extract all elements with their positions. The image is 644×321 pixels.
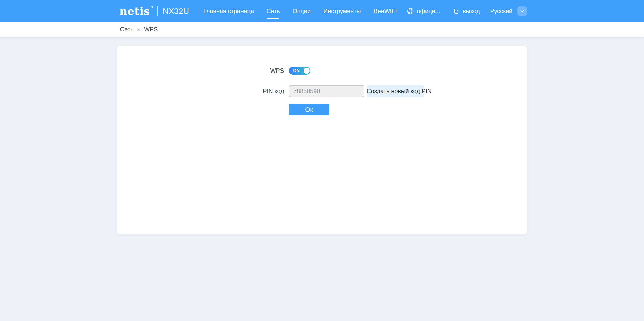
wps-label: WPS: [117, 67, 289, 74]
logout-link[interactable]: выход: [453, 8, 480, 15]
ok-button[interactable]: Ок: [289, 104, 329, 115]
header-right: офици... выход Русский: [407, 6, 527, 16]
brand-name: netis®: [119, 6, 154, 17]
nav-item-tools[interactable]: Инструменты: [323, 8, 361, 15]
app-header: netis® NX32U Главная страница Сеть Опции…: [0, 0, 644, 22]
brand-logo: netis® NX32U: [117, 6, 189, 17]
brand-divider: [157, 6, 158, 16]
breadcrumb-bar: Сеть » WPS: [0, 22, 644, 37]
official-site-link[interactable]: офици...: [407, 7, 440, 15]
nav-item-beewifi[interactable]: BeeWIFI: [374, 8, 397, 15]
wps-settings-form: WPS ON PIN код Создать новый код PIN Ок: [117, 46, 527, 115]
language-dropdown-button[interactable]: [517, 6, 527, 16]
nav-item-home[interactable]: Главная страница: [203, 8, 254, 15]
nav-item-options[interactable]: Опции: [293, 8, 311, 15]
pin-code-input[interactable]: [289, 85, 364, 97]
wps-settings-card: WPS ON PIN код Создать новый код PIN Ок: [117, 46, 527, 234]
breadcrumb-separator: »: [137, 26, 140, 33]
main-nav: Главная страница Сеть Опции Инструменты …: [203, 8, 397, 15]
ok-row: Ок: [117, 104, 527, 115]
registered-mark: ®: [150, 5, 154, 9]
nav-item-network[interactable]: Сеть: [266, 8, 280, 15]
breadcrumb-section[interactable]: Сеть: [120, 26, 133, 33]
logout-label: выход: [463, 8, 480, 15]
pin-label: PIN код: [117, 88, 289, 95]
create-new-pin-button[interactable]: Создать новый код PIN: [367, 85, 424, 97]
breadcrumb: Сеть » WPS: [117, 26, 158, 33]
wps-toggle-knob: [304, 68, 310, 74]
pin-row: PIN код Создать новый код PIN: [117, 85, 527, 97]
wps-toggle-state: ON: [293, 67, 300, 75]
official-site-label: офици...: [417, 8, 440, 15]
model-name: NX32U: [163, 7, 189, 16]
main-area: WPS ON PIN код Создать новый код PIN Ок: [0, 37, 644, 234]
chevron-down-icon: [520, 9, 525, 14]
wps-row: WPS ON: [117, 67, 527, 75]
breadcrumb-page: WPS: [144, 26, 158, 33]
globe-icon: [407, 7, 414, 15]
logout-icon: [453, 8, 460, 15]
language-selected[interactable]: Русский: [490, 8, 512, 15]
wps-toggle[interactable]: ON: [289, 67, 310, 75]
